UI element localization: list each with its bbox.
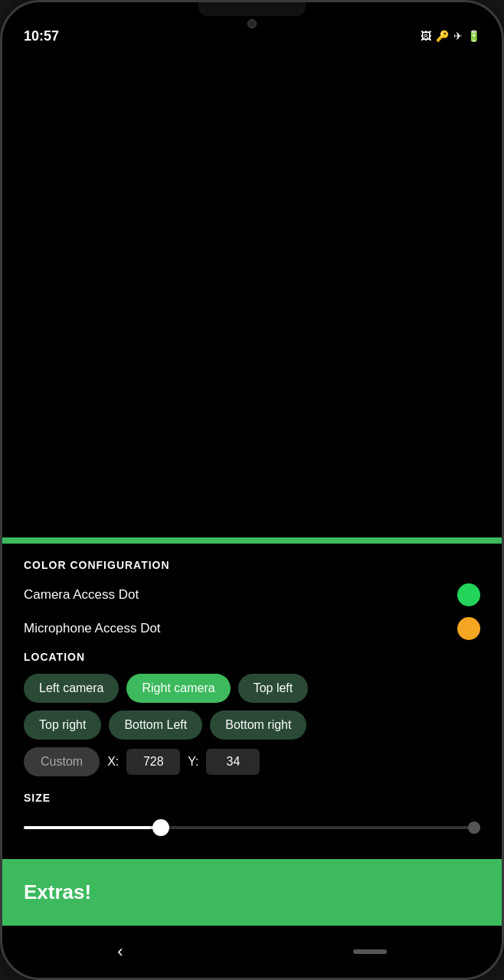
slider-track xyxy=(24,826,480,829)
custom-row: Custom X: Y: xyxy=(24,747,480,776)
home-indicator[interactable] xyxy=(353,949,387,954)
content-area: COLOR CONFIGURATION Camera Access Dot Mi… xyxy=(2,544,502,847)
btn-bottom-right[interactable]: Bottom right xyxy=(210,710,306,740)
camera-dot-label: Camera Access Dot xyxy=(24,587,139,603)
mic-dot-row: Microphone Access Dot xyxy=(24,617,480,640)
x-input[interactable] xyxy=(126,749,180,775)
camera-dot-color[interactable] xyxy=(457,583,480,606)
bottom-nav: ‹ xyxy=(2,926,502,978)
mic-dot-label: Microphone Access Dot xyxy=(24,621,161,636)
size-slider-container xyxy=(24,816,480,839)
status-time: 10:57 xyxy=(24,28,59,44)
btn-top-left[interactable]: Top left xyxy=(238,674,309,703)
size-section: SIZE xyxy=(24,792,480,847)
y-label: Y: xyxy=(188,755,198,769)
slider-thumb[interactable] xyxy=(152,819,169,836)
top-area xyxy=(2,2,502,537)
camera-dot-row: Camera Access Dot xyxy=(24,583,480,606)
color-config-section: COLOR CONFIGURATION Camera Access Dot Mi… xyxy=(24,559,480,640)
size-title: SIZE xyxy=(24,792,480,804)
color-config-title: COLOR CONFIGURATION xyxy=(24,559,480,571)
status-icons: 🖼 🔑 ✈ 🔋 xyxy=(421,30,480,42)
green-divider xyxy=(2,537,502,544)
screen: 10:57 🖼 🔑 ✈ 🔋 COLOR CONFIGURATION Camera… xyxy=(2,2,502,978)
battery-icon: 🔋 xyxy=(467,30,480,42)
location-section: LOCATION Left camera Right camera Top le… xyxy=(24,651,480,776)
slider-fill xyxy=(24,826,161,829)
back-button[interactable]: ‹ xyxy=(117,942,123,962)
extras-button[interactable]: Extras! xyxy=(2,859,502,926)
phone-shell: 10:57 🖼 🔑 ✈ 🔋 COLOR CONFIGURATION Camera… xyxy=(0,0,504,980)
btn-custom[interactable]: Custom xyxy=(24,747,100,776)
front-camera xyxy=(247,19,257,28)
btn-top-right[interactable]: Top right xyxy=(24,710,101,740)
location-title: LOCATION xyxy=(24,651,480,663)
y-input[interactable] xyxy=(206,749,260,775)
location-buttons-row1: Left camera Right camera Top left xyxy=(24,674,480,703)
btn-bottom-left[interactable]: Bottom Left xyxy=(109,710,202,740)
btn-left-camera[interactable]: Left camera xyxy=(24,674,119,703)
image-icon: 🖼 xyxy=(421,30,431,42)
location-buttons-row2: Top right Bottom Left Bottom right xyxy=(24,710,480,740)
airplane-icon: ✈ xyxy=(453,30,463,42)
mic-dot-color[interactable] xyxy=(457,617,480,640)
x-label: X: xyxy=(107,755,119,769)
btn-right-camera[interactable]: Right camera xyxy=(126,674,230,703)
vpn-icon: 🔑 xyxy=(436,30,449,42)
slider-end xyxy=(468,822,480,834)
